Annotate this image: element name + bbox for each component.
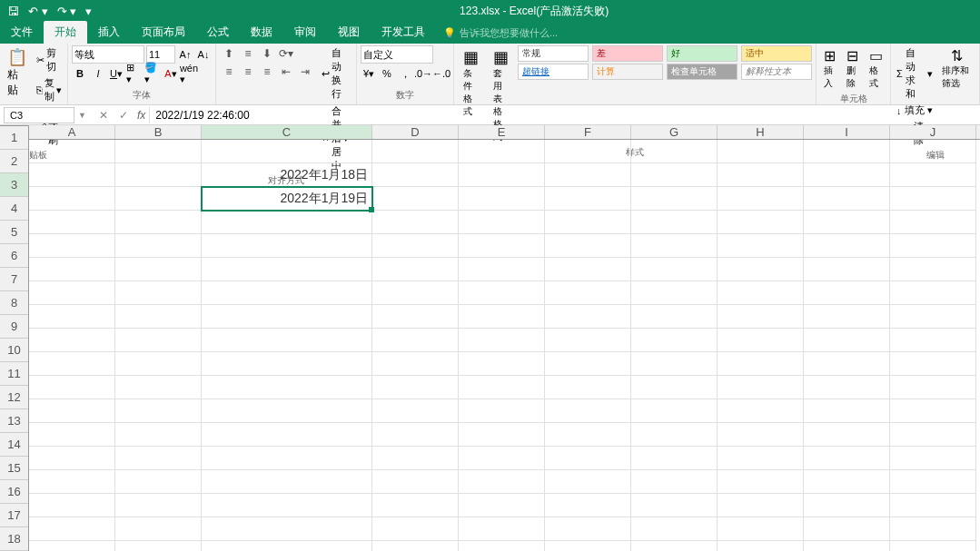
cell-G11[interactable] bbox=[631, 376, 718, 399]
cell-H15[interactable] bbox=[718, 470, 804, 494]
border-button[interactable]: ⊞ ▾ bbox=[126, 65, 143, 82]
cell-F7[interactable] bbox=[545, 281, 631, 305]
cell-H18[interactable] bbox=[718, 541, 804, 551]
cell-I7[interactable] bbox=[804, 281, 890, 305]
cell-E11[interactable] bbox=[459, 376, 545, 399]
tab-home[interactable]: 开始 bbox=[44, 21, 87, 44]
cell-H5[interactable] bbox=[718, 234, 804, 258]
row-header-6[interactable]: 6 bbox=[0, 244, 28, 268]
cell-G7[interactable] bbox=[631, 281, 718, 305]
cell-A6[interactable] bbox=[29, 258, 115, 281]
cell-E16[interactable] bbox=[459, 494, 545, 517]
row-header-9[interactable]: 9 bbox=[0, 315, 28, 339]
cell-E12[interactable] bbox=[459, 399, 545, 423]
enter-icon[interactable]: ✓ bbox=[114, 109, 134, 122]
tab-data[interactable]: 数据 bbox=[240, 21, 283, 44]
cell-I16[interactable] bbox=[804, 494, 890, 517]
cell-I1[interactable] bbox=[804, 140, 890, 163]
cell-A4[interactable] bbox=[29, 211, 115, 234]
col-header-C[interactable]: C bbox=[202, 125, 372, 139]
cell-I17[interactable] bbox=[804, 517, 890, 541]
cell-D17[interactable] bbox=[372, 517, 459, 541]
cell-J3[interactable] bbox=[890, 187, 976, 211]
col-header-E[interactable]: E bbox=[459, 125, 545, 139]
cell-D9[interactable] bbox=[372, 329, 459, 352]
cell-F16[interactable] bbox=[545, 494, 631, 517]
cell-B3[interactable] bbox=[115, 187, 202, 211]
tab-file[interactable]: 文件 bbox=[0, 21, 44, 44]
cell-J12[interactable] bbox=[890, 399, 976, 423]
cell-B12[interactable] bbox=[115, 399, 202, 423]
style-calc[interactable]: 计算 bbox=[592, 64, 663, 80]
cell-H7[interactable] bbox=[718, 281, 804, 305]
tab-formulas[interactable]: 公式 bbox=[196, 21, 240, 44]
redo-icon[interactable]: ↷ ▾ bbox=[57, 5, 77, 18]
cell-F8[interactable] bbox=[545, 305, 631, 329]
cell-J18[interactable] bbox=[890, 541, 976, 551]
row-header-8[interactable]: 8 bbox=[0, 291, 28, 315]
cell-D11[interactable] bbox=[372, 376, 459, 399]
style-bad[interactable]: 差 bbox=[592, 45, 663, 62]
cell-J2[interactable] bbox=[890, 163, 976, 187]
cell-E14[interactable] bbox=[459, 447, 545, 470]
align-center-icon[interactable]: ≡ bbox=[239, 64, 257, 80]
cell-H12[interactable] bbox=[718, 399, 804, 423]
cell-J8[interactable] bbox=[890, 305, 976, 329]
cell-B11[interactable] bbox=[115, 376, 202, 399]
cell-A18[interactable] bbox=[29, 541, 115, 551]
cell-D1[interactable] bbox=[372, 140, 459, 163]
font-color-button[interactable]: A▾ bbox=[163, 65, 179, 82]
cell-D8[interactable] bbox=[372, 305, 459, 329]
style-good[interactable]: 好 bbox=[667, 45, 737, 62]
row-header-4[interactable]: 4 bbox=[0, 197, 28, 221]
cell-C16[interactable] bbox=[202, 494, 372, 517]
cell-E18[interactable] bbox=[459, 541, 545, 551]
formula-bar[interactable]: 2022/1/19 22:46:00 bbox=[149, 107, 980, 123]
cell-B4[interactable] bbox=[115, 211, 202, 234]
cell-C1[interactable] bbox=[202, 140, 372, 163]
row-header-12[interactable]: 12 bbox=[0, 386, 28, 409]
cell-G15[interactable] bbox=[631, 470, 718, 494]
comma-icon[interactable]: ， bbox=[397, 65, 413, 82]
cell-A10[interactable] bbox=[29, 352, 115, 376]
cell-I4[interactable] bbox=[804, 211, 890, 234]
tab-insert[interactable]: 插入 bbox=[87, 21, 131, 44]
italic-button[interactable]: I bbox=[90, 65, 106, 82]
cell-D5[interactable] bbox=[372, 234, 459, 258]
col-header-G[interactable]: G bbox=[631, 125, 718, 139]
style-normal[interactable]: 常规 bbox=[518, 45, 589, 62]
insert-cell-button[interactable]: ⊞插入 bbox=[820, 45, 839, 92]
cell-G3[interactable] bbox=[631, 187, 718, 211]
cell-H16[interactable] bbox=[718, 494, 804, 517]
cell-J1[interactable] bbox=[890, 140, 976, 163]
cell-I18[interactable] bbox=[804, 541, 890, 551]
tell-me-search[interactable]: 💡告诉我您想要做什么... bbox=[436, 23, 565, 44]
cell-H6[interactable] bbox=[718, 258, 804, 281]
cell-I12[interactable] bbox=[804, 399, 890, 423]
cell-G12[interactable] bbox=[631, 399, 718, 423]
cell-C18[interactable] bbox=[202, 541, 372, 551]
cell-F5[interactable] bbox=[545, 234, 631, 258]
font-name-select[interactable] bbox=[72, 45, 144, 64]
row-header-13[interactable]: 13 bbox=[0, 409, 28, 433]
name-box[interactable] bbox=[4, 107, 74, 123]
cell-G5[interactable] bbox=[631, 234, 718, 258]
cell-A14[interactable] bbox=[29, 447, 115, 470]
cell-B10[interactable] bbox=[115, 352, 202, 376]
cell-A8[interactable] bbox=[29, 305, 115, 329]
bold-button[interactable]: B bbox=[72, 65, 88, 82]
cell-B9[interactable] bbox=[115, 329, 202, 352]
align-left-icon[interactable]: ≡ bbox=[220, 64, 238, 80]
cell-B8[interactable] bbox=[115, 305, 202, 329]
cell-D6[interactable] bbox=[372, 258, 459, 281]
cell-I11[interactable] bbox=[804, 376, 890, 399]
cell-B17[interactable] bbox=[115, 517, 202, 541]
cell-C2[interactable]: 2022年1月18日 bbox=[202, 163, 372, 187]
cell-D13[interactable] bbox=[372, 423, 459, 447]
cell-A5[interactable] bbox=[29, 234, 115, 258]
row-header-2[interactable]: 2 bbox=[0, 150, 28, 173]
cell-E2[interactable] bbox=[459, 163, 545, 187]
fill-color-button[interactable]: 🪣▾ bbox=[144, 65, 161, 82]
cell-H13[interactable] bbox=[718, 423, 804, 447]
row-header-7[interactable]: 7 bbox=[0, 268, 28, 291]
